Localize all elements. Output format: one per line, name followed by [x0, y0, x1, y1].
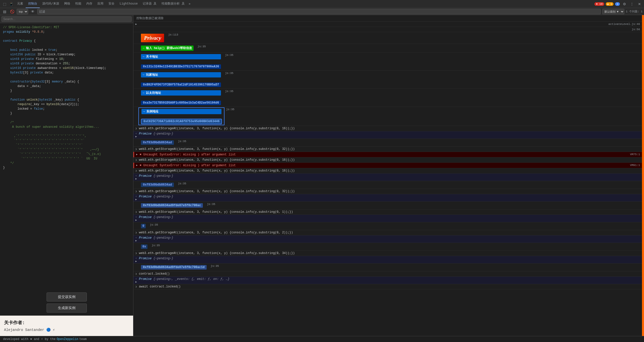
code-line: `'`'`'`'`'`'`'`'`'`'`'`'`'`'`'`'`'`'` — [0, 143, 133, 147]
error-badge[interactable]: ● 10 — [594, 2, 604, 6]
expand-icon[interactable]: ❯ — [135, 231, 139, 234]
tab-lighthouse[interactable]: Lighthouse — [117, 0, 140, 8]
player-addr-label: → 玩家地址 — [141, 72, 221, 77]
expand-icon[interactable]: ❯ — [135, 147, 139, 151]
inspect-element-btn[interactable]: ⬚ — [2, 1, 8, 7]
console-entry: ‹ ▶ Promise {‹pending›} — [133, 235, 642, 243]
more-options-btn[interactable]: ⋮ — [629, 1, 635, 7]
expand-icon — [135, 264, 139, 265]
openzeppelin-link[interactable]: OpenZeppelin — [57, 337, 78, 341]
warning-badge[interactable]: ▲ 1 — [606, 2, 614, 6]
console-toolbar: ▤ 🚫 top 👁 默认级别 ▼ 1 个问题: 1 — [0, 8, 644, 15]
tab-memory[interactable]: 内存 — [84, 0, 95, 8]
devtools-tabs: 元素 控制台 源代码/来源 网络 性能 内存 应用 安全 Lighthouse … — [15, 0, 594, 8]
sidebar-toggle-btn[interactable]: ▤ — [2, 9, 8, 15]
expand-icon[interactable]: ‹ ▶ — [135, 195, 139, 201]
console-text: web3.eth.getStorageAt(instance, 3, funct… — [139, 189, 638, 193]
console-text: web3.eth.getStorageAt(instance, 3, funct… — [139, 169, 638, 173]
console-source — [638, 285, 642, 286]
tab-security[interactable]: 安全 — [106, 0, 117, 8]
tab-sources[interactable]: 源代码/来源 — [40, 0, 62, 8]
console-source[interactable]: VM91:1 — [628, 163, 642, 167]
expand-icon[interactable]: ‹ ▶ — [135, 215, 139, 222]
console-source[interactable]: js:35 — [196, 45, 208, 49]
console-text: web3.eth.getStorageAt(instance, 3, funct… — [139, 231, 638, 235]
submit-instance-btn[interactable]: 提交该实例 — [47, 292, 87, 302]
console-source[interactable]: VM75:1 — [628, 152, 642, 156]
tab-console[interactable]: 控制台 — [26, 0, 40, 8]
console-entry: ‹ ▶ Promise {‹pending›} — [133, 215, 642, 222]
expand-icon[interactable]: ‹ ▶ — [135, 132, 139, 138]
console-source[interactable]: activateLevel.js:46 — [607, 22, 642, 26]
settings-btn[interactable]: ⚙ — [621, 1, 627, 7]
console-entry: js:56 — [133, 27, 642, 32]
tab-perf-insights[interactable]: 性能数据分析 及 — [159, 0, 187, 8]
console-source[interactable]: js:35 — [176, 182, 188, 186]
expand-icon[interactable]: ‹ ▶ — [135, 236, 139, 242]
code-search-input[interactable] — [2, 16, 132, 22]
expand-icon[interactable]: ▶ — [136, 163, 140, 167]
console-entry: 0xf83d9bdb8634ad9fde07e5f0c700ac1d js:35 — [133, 264, 642, 271]
expand-icon[interactable]: ❯ — [135, 210, 139, 213]
console-source[interactable]: js:35 — [148, 223, 160, 227]
expand-icon[interactable]: ❯ — [135, 272, 139, 275]
promise-text: Promise {‹pending›, _events: {, emit: ƒ,… — [139, 277, 642, 281]
device-toolbar-btn[interactable]: 📱 — [8, 1, 14, 7]
storage-result-1: 0xf83d9bdb8634ad — [141, 140, 174, 145]
code-line: function unlock(bytes16 _key) public { — [0, 98, 133, 102]
expand-icon[interactable]: ❯ — [135, 169, 139, 172]
expand-icon[interactable]: ❯ — [135, 251, 139, 255]
default-level-select[interactable]: 默认级别 ▼ — [602, 9, 624, 14]
tab-recorder[interactable]: 记录器 及 — [140, 0, 159, 8]
expand-icon[interactable]: ❯ — [135, 126, 139, 130]
console-text: web3.eth.getStorageAt(instance, 3, funct… — [139, 251, 638, 255]
console-source[interactable]: js:35 — [205, 202, 217, 206]
privacy-logo: Privacy — [141, 34, 164, 42]
code-line — [0, 129, 133, 134]
console-entry: 0xf83d9bdb8634ad9fde07e5f0c700ac js:35 — [133, 202, 642, 209]
tab-network[interactable]: 网络 — [62, 0, 73, 8]
console-entry: ‹ ▶ Promise {‹pending›} — [133, 131, 642, 139]
console-source[interactable]: js:35 — [149, 243, 162, 247]
generate-instance-btn[interactable]: 生成新实例 — [47, 304, 87, 313]
tab-elements[interactable]: 元素 — [15, 0, 26, 8]
info-badge[interactable]: 1 — [615, 2, 620, 6]
console-source[interactable]: js:35 — [223, 53, 235, 57]
console-source[interactable]: js:35 — [223, 89, 235, 93]
tab-more[interactable]: » — [187, 2, 192, 6]
close-devtools-btn[interactable]: ✕ — [636, 1, 642, 7]
console-source — [638, 189, 642, 190]
console-source[interactable]: js:35 — [223, 71, 235, 75]
tab-performance[interactable]: 性能 — [73, 0, 84, 8]
console-source[interactable]: js:35 — [209, 264, 221, 268]
help-block: → 输入 help() 获得web3帮助信息 — [141, 46, 194, 51]
code-line: /* — [0, 120, 133, 125]
code-line: uint16 private awkwardness = uint16(bloc… — [0, 66, 133, 70]
code-line: A bunch of super advanced solidity algor… — [0, 125, 133, 129]
console-entry: ❯ web3.eth.getStorageAt(instance, 3, fun… — [133, 209, 642, 215]
expand-icon[interactable]: ▶ — [136, 152, 140, 156]
expand-icon[interactable]: ‹ ▶ — [135, 256, 139, 263]
expand-icon — [135, 107, 139, 108]
console-source[interactable]: js:35 — [224, 107, 236, 111]
console-source[interactable]: js:113 — [166, 33, 180, 37]
console-entry: ❯ web3.eth.getStorageAt(instance, 3, fun… — [133, 230, 642, 235]
console-source[interactable]: js:56 — [630, 27, 642, 31]
expand-icon[interactable]: ‹ ▶ — [135, 174, 139, 180]
expand-icon[interactable]: ▶ — [135, 22, 139, 26]
console-source[interactable]: js:35 — [176, 139, 188, 143]
console-entry: ❯ web3.eth.getStorageAt(instance, 3, fun… — [133, 189, 642, 194]
console-output[interactable]: ▶ activateLevel.js:46 js:56 Privacy — [133, 22, 642, 336]
clear-console-btn[interactable]: 🚫 — [9, 9, 15, 15]
code-line — [0, 75, 133, 79]
footer-text-before: developed with ❤ and ⚡ by the — [3, 337, 56, 341]
expand-icon[interactable]: ❯ — [135, 189, 139, 193]
code-panel: // SPDX-License-Identifier: MIT pragma s… — [0, 15, 133, 336]
filter-input[interactable] — [37, 9, 601, 14]
expand-icon[interactable]: ❯ — [135, 285, 139, 288]
tab-application[interactable]: 应用 — [95, 0, 106, 8]
expand-icon[interactable]: ‹ ▶ — [135, 277, 139, 283]
top-frame-select[interactable]: top — [17, 9, 28, 14]
eye-btn[interactable]: 👁 — [30, 9, 36, 15]
expand-icon[interactable]: ❯ — [135, 158, 139, 161]
